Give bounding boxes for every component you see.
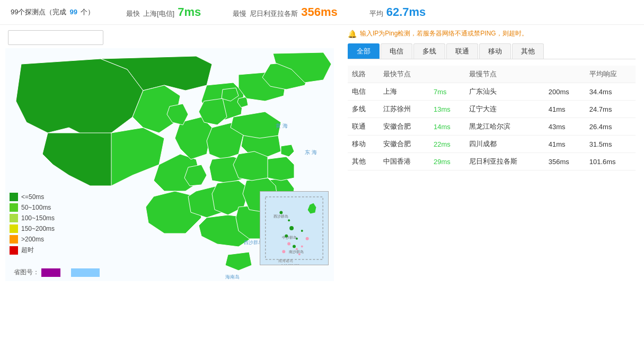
svg-text:西沙群岛: 西沙群岛 xyxy=(274,214,288,219)
tab-其他[interactable]: 其他 xyxy=(512,43,544,59)
td-fast-node-1: 江苏徐州 xyxy=(379,101,429,118)
legend-item-6: 超时 xyxy=(10,246,55,255)
probe-unit: 个） xyxy=(81,7,94,17)
td-slow-node-3: 四川成都 xyxy=(465,136,544,153)
slowest-stat: 最慢 尼日利亚拉各斯 356ms xyxy=(233,5,338,19)
td-slow-node-0: 广东汕头 xyxy=(465,83,544,101)
ip-input-row xyxy=(5,30,334,45)
table-row: 多线 江苏徐州 13ms 辽宁大连 41ms 24.7ms xyxy=(348,101,636,118)
east-sea-label: 东 海 xyxy=(305,149,317,155)
fastest-label: 最快 xyxy=(126,9,140,19)
avg-value: 62.7ms xyxy=(386,5,426,19)
legend-color-6 xyxy=(10,246,18,255)
fastest-stat: 最快 上海[电信] 7ms xyxy=(126,5,201,19)
slowest-label: 最慢 xyxy=(233,9,246,19)
th-slow-node: 最慢节点 xyxy=(465,66,585,83)
td-fast-ms-4: 29ms xyxy=(429,153,465,170)
svg-point-13 xyxy=(306,237,309,240)
legend-color-1 xyxy=(10,193,18,201)
td-fast-ms-1: 13ms xyxy=(429,101,465,118)
legend-item-5: >200ms xyxy=(10,235,55,244)
svg-point-7 xyxy=(293,245,296,248)
td-avg-2: 26.4ms xyxy=(585,118,636,136)
main-content: 东 海 南 海 黄 海 东沙群岛 海南岛 西沙群岛 xyxy=(0,25,644,286)
fastest-value: 7ms xyxy=(178,5,201,19)
th-avg: 平均响应 xyxy=(585,66,636,83)
table-header-row: 线路 最快节点 最慢节点 平均响应 xyxy=(348,66,636,83)
legend-item-2: 50~100ms xyxy=(10,203,55,212)
tab-联通[interactable]: 联通 xyxy=(446,43,478,59)
svg-text:南沙群岛: 南沙群岛 xyxy=(289,250,304,254)
yellow-sea-label: 黄 海 xyxy=(276,123,288,129)
th-fast-node: 最快节点 xyxy=(379,66,465,83)
table-body: 电信 上海 7ms 广东汕头 200ms 34.4ms 多线 江苏徐州 13ms… xyxy=(348,83,636,170)
td-avg-3: 31.5ms xyxy=(585,136,636,153)
legend-color-5 xyxy=(10,235,18,244)
tab-移动[interactable]: 移动 xyxy=(479,43,511,59)
legend-label-6: 超时 xyxy=(21,246,34,255)
svg-text:中沙群岛: 中沙群岛 xyxy=(282,236,297,240)
probe-done: 99 xyxy=(69,8,77,16)
svg-point-11 xyxy=(282,250,285,253)
th-line: 线路 xyxy=(348,66,379,83)
legend-label-1: <=50ms xyxy=(21,193,44,201)
ip-input[interactable] xyxy=(8,30,103,45)
tab-电信[interactable]: 电信 xyxy=(381,43,412,59)
probe-count-stat: 99个探测点（完成 99 个） xyxy=(11,7,94,17)
tab-多线[interactable]: 多线 xyxy=(413,43,445,59)
td-slow-node-1: 辽宁大连 xyxy=(465,101,544,118)
legend-box-2 xyxy=(71,268,100,277)
tabs: 全部电信多线联通移动其他 xyxy=(348,43,636,59)
legend: <=50ms 50~100ms 100~150ms 150~200ms >200… xyxy=(10,193,55,255)
slowest-location: 尼日利亚拉各斯 xyxy=(250,9,298,19)
map-container: 东 海 南 海 黄 海 东沙群岛 海南岛 西沙群岛 xyxy=(5,48,334,281)
data-table: 线路 最快节点 最慢节点 平均响应 电信 上海 7ms 广东汕头 200ms 3… xyxy=(348,66,636,170)
slowest-value: 356ms xyxy=(301,5,338,19)
notice-text: 输入IP为Ping检测，若服务器网络不通或禁PING，则超时。 xyxy=(360,29,528,38)
tab-全部[interactable]: 全部 xyxy=(348,43,380,59)
fastest-location: 上海[电信] xyxy=(143,9,174,19)
td-fast-node-4: 中国香港 xyxy=(379,153,429,170)
inset-map: 西沙群岛 中沙群岛 南沙群岛 南海诸岛 1:44 000 000 xyxy=(260,191,329,265)
td-fast-node-0: 上海 xyxy=(379,83,429,101)
right-panel: 🔔 输入IP为Ping检测，若服务器网络不通或禁PING，则超时。 全部电信多线… xyxy=(339,25,644,286)
svg-point-4 xyxy=(289,226,294,230)
legend-box-1 xyxy=(41,268,60,277)
avg-stat: 平均 62.7ms xyxy=(369,5,426,19)
table-row: 联通 安徽合肥 14ms 黑龙江哈尔滨 43ms 26.4ms xyxy=(348,118,636,136)
td-fast-ms-2: 14ms xyxy=(429,118,465,136)
svg-text:南海诸岛: 南海诸岛 xyxy=(278,259,293,263)
legend-label-3: 100~150ms xyxy=(21,214,55,222)
svg-point-12 xyxy=(301,245,303,247)
td-fast-node-2: 安徽合肥 xyxy=(379,118,429,136)
legend-color-3 xyxy=(10,214,18,222)
td-line-3: 移动 xyxy=(348,136,379,153)
td-line-1: 多线 xyxy=(348,101,379,118)
td-avg-0: 34.4ms xyxy=(585,83,636,101)
table-row: 电信 上海 7ms 广东汕头 200ms 34.4ms xyxy=(348,83,636,101)
nansha-island: 海南岛 xyxy=(225,274,240,280)
legend-label-4: 150~200ms xyxy=(21,225,55,232)
avg-label: 平均 xyxy=(369,9,383,19)
td-line-2: 联通 xyxy=(348,118,379,136)
td-slow-ms-4: 356ms xyxy=(544,153,585,170)
td-slow-ms-1: 41ms xyxy=(544,101,585,118)
td-fast-node-3: 安徽合肥 xyxy=(379,136,429,153)
notice-row: 🔔 输入IP为Ping检测，若服务器网络不通或禁PING，则超时。 xyxy=(348,29,636,38)
map-section: 东 海 南 海 黄 海 东沙群岛 海南岛 西沙群岛 xyxy=(0,25,339,286)
td-slow-ms-3: 41ms xyxy=(544,136,585,153)
top-bar: 99个探测点（完成 99 个） 最快 上海[电信] 7ms 最慢 尼日利亚拉各斯… xyxy=(0,0,644,25)
legend-item-4: 150~200ms xyxy=(10,224,55,233)
td-line-0: 电信 xyxy=(348,83,379,101)
legend-row: 省图号： xyxy=(10,268,100,277)
td-slow-ms-2: 43ms xyxy=(544,118,585,136)
legend-color-4 xyxy=(10,224,18,233)
td-avg-1: 24.7ms xyxy=(585,101,636,118)
legend-label-2: 50~100ms xyxy=(21,204,51,211)
td-fast-ms-3: 22ms xyxy=(429,136,465,153)
td-fast-ms-0: 7ms xyxy=(429,83,465,101)
svg-text:1:44 000 000: 1:44 000 000 xyxy=(281,264,299,265)
table-row: 移动 安徽合肥 22ms 四川成都 41ms 31.5ms xyxy=(348,136,636,153)
legend-item-3: 100~150ms xyxy=(10,214,55,222)
table-row: 其他 中国香港 29ms 尼日利亚拉各斯 356ms 101.6ms xyxy=(348,153,636,170)
